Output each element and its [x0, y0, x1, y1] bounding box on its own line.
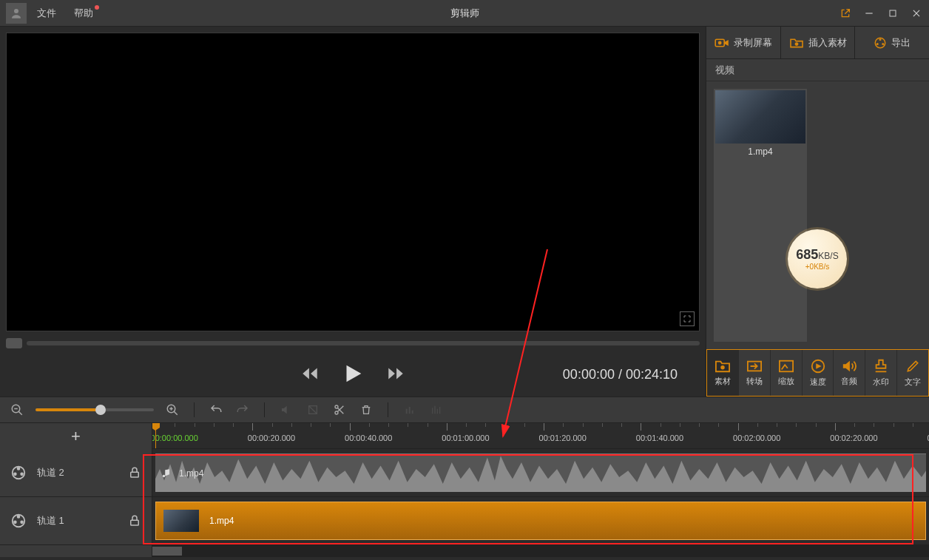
video-clip[interactable]: 1.mp4 — [155, 502, 926, 540]
insert-media-button[interactable]: 插入素材 — [781, 27, 856, 58]
redo-button[interactable] — [234, 402, 251, 418]
media-thumb-image — [715, 90, 805, 144]
zoom-box-icon — [778, 359, 794, 374]
close-icon — [911, 8, 922, 18]
equalizer-button[interactable] — [428, 402, 445, 418]
scrub-handle[interactable] — [6, 338, 22, 348]
tab-watermark[interactable]: 水印 — [865, 350, 897, 396]
svg-rect-2 — [890, 10, 896, 16]
svg-rect-32 — [432, 408, 433, 414]
tab-media[interactable]: 素材 — [707, 350, 739, 396]
svg-point-26 — [335, 411, 338, 414]
rewind-button[interactable] — [300, 364, 320, 385]
audio-clip[interactable]: 1.mp4 — [155, 453, 926, 492]
ruler-label: 00:00:20.000 — [248, 434, 295, 442]
close-button[interactable] — [910, 7, 923, 20]
scissors-icon — [334, 404, 345, 416]
track-2-label: 轨道 2 — [37, 466, 64, 479]
export-reel-icon — [874, 36, 887, 50]
popout-button[interactable] — [839, 7, 852, 20]
transition-icon — [746, 359, 763, 374]
track-head-2: 轨道 2 — [0, 449, 152, 496]
levels-button[interactable] — [402, 402, 418, 418]
preview-pane: 00:00:00 / 00:24:10 — [0, 27, 706, 397]
fullscreen-button[interactable] — [680, 311, 695, 326]
tab-zoom[interactable]: 缩放 — [771, 350, 803, 396]
export-button[interactable]: 导出 — [855, 27, 929, 58]
media-thumb[interactable]: 1.mp4 — [714, 89, 807, 342]
section-video-label: 视频 — [706, 59, 929, 81]
reel-icon — [10, 513, 27, 529]
svg-point-6 — [718, 41, 722, 44]
speed-value: 685 — [796, 247, 818, 262]
track-row-2: 轨道 2 1.mp4 — [0, 449, 929, 497]
tab-media-label: 素材 — [715, 376, 731, 387]
clip-thumb — [163, 510, 199, 532]
tab-transition[interactable]: 转场 — [739, 350, 771, 396]
tab-text[interactable]: 文字 — [897, 350, 928, 396]
svg-point-44 — [21, 521, 23, 523]
expand-icon — [683, 314, 692, 323]
zoom-slider[interactable] — [36, 408, 154, 411]
avatar[interactable] — [6, 3, 27, 24]
svg-point-38 — [14, 473, 16, 475]
timeline-ruler[interactable]: 00:00:00.00000:00:20.00000:00:40.00000:0… — [152, 423, 929, 449]
video-canvas[interactable] — [6, 33, 700, 331]
tab-speed[interactable]: 速度 — [803, 350, 834, 396]
timeline-hscroll[interactable] — [152, 545, 929, 557]
track-body-1[interactable]: 1.mp4 — [152, 497, 929, 544]
zoom-out-button[interactable] — [9, 402, 25, 418]
svg-rect-31 — [412, 411, 413, 414]
menu-file[interactable]: 文件 — [37, 7, 56, 20]
crop-button[interactable] — [305, 402, 321, 418]
track-head-1: 轨道 1 — [0, 497, 152, 544]
side-panel: 录制屏幕 插入素材 导出 视频 1.mp4 685KB/S +0KB/s — [706, 27, 929, 397]
undo-button[interactable] — [208, 402, 224, 418]
tab-text-label: 文字 — [905, 377, 921, 388]
track-1-label: 轨道 1 — [37, 514, 64, 527]
forward-button[interactable] — [386, 364, 405, 385]
tab-audio[interactable]: 音频 — [834, 350, 865, 396]
ruler-label: 00:00:00.000 — [152, 434, 198, 442]
maximize-icon — [888, 9, 897, 18]
speed-indicator: 685KB/S +0KB/s — [788, 229, 847, 289]
tab-zoom-label: 缩放 — [778, 376, 794, 387]
svg-point-11 — [882, 43, 884, 45]
mute-button[interactable] — [278, 402, 294, 418]
track-body-2[interactable]: 1.mp4 — [152, 449, 929, 496]
lock-icon[interactable] — [128, 514, 141, 527]
svg-point-25 — [335, 405, 338, 408]
media-grid: 1.mp4 685KB/S +0KB/s — [706, 81, 929, 349]
svg-point-9 — [879, 38, 882, 41]
reel-icon — [10, 465, 27, 481]
zoom-out-icon — [10, 403, 24, 416]
scrub-bar[interactable] — [27, 341, 700, 345]
minimize-button[interactable] — [862, 7, 876, 20]
svg-rect-40 — [131, 472, 139, 477]
equalizer-icon — [430, 404, 442, 416]
svg-point-12 — [720, 365, 724, 369]
speed-sub: +0KB/s — [805, 263, 830, 271]
tab-transition-label: 转场 — [746, 376, 763, 387]
forward-icon — [386, 364, 405, 383]
speaker-icon — [841, 359, 857, 374]
menu-help[interactable]: 帮助 — [74, 7, 93, 20]
svg-point-43 — [14, 521, 16, 523]
insert-media-label: 插入素材 — [808, 36, 847, 50]
speed-icon — [810, 358, 826, 374]
svg-point-7 — [794, 42, 798, 46]
cut-button[interactable] — [331, 402, 348, 418]
svg-point-39 — [21, 473, 23, 475]
delete-button[interactable] — [358, 402, 374, 418]
time-readout: 00:00:00 / 00:24:10 — [563, 367, 678, 382]
play-button[interactable] — [340, 361, 365, 388]
playhead[interactable] — [155, 423, 156, 448]
add-track-button[interactable]: + — [71, 427, 81, 446]
maximize-button[interactable] — [886, 7, 899, 20]
zoom-in-button[interactable] — [164, 402, 180, 418]
lock-icon[interactable] — [128, 466, 141, 479]
record-screen-button[interactable]: 录制屏幕 — [706, 27, 781, 58]
user-icon — [10, 7, 23, 20]
zoom-in-icon — [166, 403, 179, 416]
rewind-icon — [300, 364, 320, 383]
